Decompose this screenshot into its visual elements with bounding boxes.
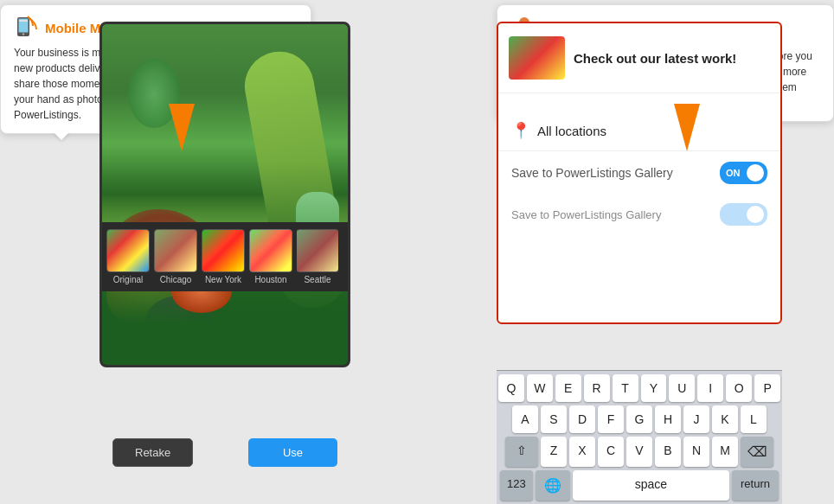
key-f[interactable]: F bbox=[598, 405, 624, 433]
left-phone: Original Chicago New York Houston Seattl… bbox=[99, 22, 350, 471]
save-row[interactable]: Save to PowerListings Gallery ON bbox=[498, 151, 780, 195]
key-d[interactable]: D bbox=[569, 405, 595, 433]
bush-green bbox=[128, 59, 180, 128]
filter-seattle-thumb bbox=[297, 229, 338, 272]
svg-rect-3 bbox=[19, 20, 28, 22]
key-a[interactable]: A bbox=[512, 405, 538, 433]
left-phone-screen: Original Chicago New York Houston Seattl… bbox=[99, 22, 350, 367]
filter-chicago-thumb bbox=[154, 229, 197, 272]
keyboard-row-1: Q W E R T Y U I O P bbox=[498, 374, 780, 402]
filter-chicago[interactable]: Chicago bbox=[154, 229, 197, 284]
key-delete[interactable]: ⌫ bbox=[741, 437, 773, 467]
right-phone-screen: Check out our latest work! 📍 All locatio… bbox=[497, 22, 782, 324]
toggle-label: ON bbox=[726, 168, 741, 178]
key-q[interactable]: Q bbox=[498, 374, 524, 402]
key-return[interactable]: return bbox=[732, 470, 779, 501]
key-l[interactable]: L bbox=[741, 405, 767, 433]
filter-original-thumb bbox=[106, 229, 150, 272]
keyboard-bottom-row: 123 🌐 space return bbox=[498, 470, 780, 502]
toggle-dimmed bbox=[720, 203, 767, 226]
filter-houston-label: Houston bbox=[254, 275, 286, 284]
key-b[interactable]: B bbox=[655, 437, 681, 467]
save-label-dimmed: Save to PowerListings Gallery bbox=[511, 208, 661, 221]
filter-newyork-thumb bbox=[202, 229, 245, 272]
filter-seattle-label: Seattle bbox=[304, 275, 330, 284]
filter-houston-thumb bbox=[249, 229, 292, 272]
key-z[interactable]: Z bbox=[541, 437, 567, 467]
key-123[interactable]: 123 bbox=[500, 470, 533, 501]
key-y[interactable]: Y bbox=[641, 374, 667, 402]
phone-buttons-bar: Retake Use bbox=[99, 438, 350, 467]
key-h[interactable]: H bbox=[655, 405, 681, 433]
keyboard-row-3: ⇧ Z X C V B N M ⌫ bbox=[498, 437, 780, 467]
key-p[interactable]: P bbox=[754, 374, 780, 402]
key-shift[interactable]: ⇧ bbox=[505, 437, 538, 467]
location-row[interactable]: 📍 All locations bbox=[498, 111, 780, 151]
filter-original-label: Original bbox=[113, 275, 143, 284]
toggle-circle-dimmed bbox=[747, 206, 764, 223]
key-t[interactable]: T bbox=[613, 374, 638, 402]
filter-strip: Original Chicago New York Houston Seattl… bbox=[102, 222, 350, 291]
key-u[interactable]: U bbox=[669, 374, 695, 402]
key-v[interactable]: V bbox=[626, 437, 652, 467]
spacer bbox=[498, 93, 780, 111]
mobile-icon bbox=[14, 16, 38, 40]
header-thumb-image bbox=[509, 36, 565, 80]
key-k[interactable]: K bbox=[712, 405, 738, 433]
key-w[interactable]: W bbox=[527, 374, 553, 402]
header-thumbnail bbox=[509, 36, 565, 80]
toggle-on-button[interactable]: ON bbox=[720, 162, 767, 184]
save-row-dimmed: Save to PowerListings Gallery bbox=[498, 195, 780, 234]
toggle-circle bbox=[747, 164, 764, 182]
key-i[interactable]: I bbox=[697, 374, 723, 402]
keyboard-row-2: A S D F G H J K L bbox=[498, 405, 780, 433]
filter-newyork-label: New York bbox=[205, 275, 241, 284]
use-button[interactable]: Use bbox=[248, 438, 337, 467]
filter-seattle[interactable]: Seattle bbox=[297, 229, 338, 284]
save-label: Save to PowerListings Gallery bbox=[511, 166, 673, 180]
key-g[interactable]: G bbox=[626, 405, 652, 433]
key-e[interactable]: E bbox=[555, 374, 581, 402]
key-n[interactable]: N bbox=[683, 437, 709, 467]
keyboard: Q W E R T Y U I O P A S D F G H J K L ⇧ … bbox=[497, 370, 782, 504]
key-o[interactable]: O bbox=[726, 374, 752, 402]
filter-original[interactable]: Original bbox=[106, 229, 150, 284]
right-content-header: Check out our latest work! bbox=[498, 23, 780, 93]
key-m[interactable]: M bbox=[712, 437, 738, 467]
key-space[interactable]: space bbox=[573, 470, 729, 501]
garden-image bbox=[102, 24, 348, 365]
retake-button[interactable]: Retake bbox=[112, 438, 193, 467]
filter-new-york[interactable]: New York bbox=[202, 229, 245, 284]
location-text: All locations bbox=[537, 124, 606, 138]
header-title: Check out our latest work! bbox=[574, 51, 736, 66]
key-c[interactable]: C bbox=[598, 437, 624, 467]
key-r[interactable]: R bbox=[584, 374, 610, 402]
right-phone: Check out our latest work! 📍 All locatio… bbox=[497, 22, 782, 504]
filter-houston[interactable]: Houston bbox=[249, 229, 292, 284]
key-s[interactable]: S bbox=[541, 405, 567, 433]
location-pin-icon: 📍 bbox=[511, 121, 530, 140]
key-j[interactable]: J bbox=[683, 405, 709, 433]
key-globe[interactable]: 🌐 bbox=[536, 470, 570, 501]
filter-chicago-label: Chicago bbox=[160, 275, 192, 284]
svg-point-2 bbox=[22, 33, 24, 35]
key-x[interactable]: X bbox=[569, 437, 595, 467]
